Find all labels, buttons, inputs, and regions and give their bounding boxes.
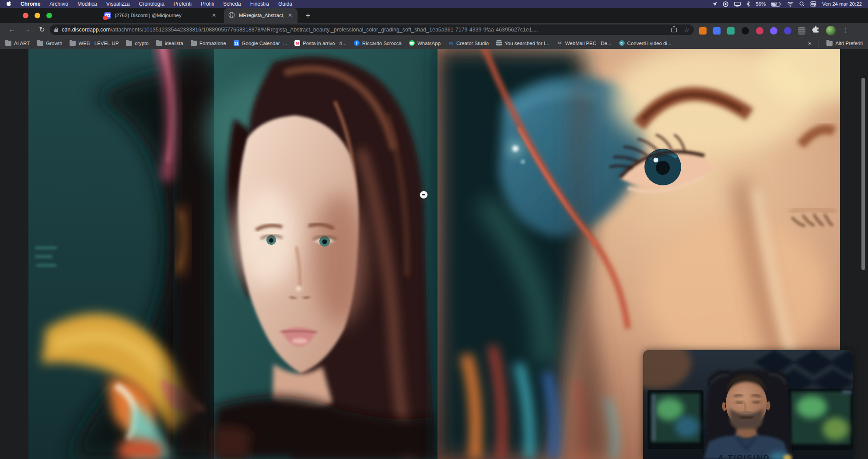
globe-favicon — [228, 12, 235, 19]
minimize-window-button[interactable] — [35, 13, 40, 18]
bookmark-whatsapp[interactable]: ☎WhatsApp — [409, 40, 441, 46]
purple-extension-icon[interactable] — [770, 27, 777, 35]
folder-icon — [70, 41, 76, 46]
menu-item-profili[interactable]: Profili — [201, 1, 214, 7]
bookmark-folder-web-level-up[interactable]: WEB - LEVEL-UP — [70, 41, 119, 46]
bookmark-webmail-pec[interactable]: ✉WebMail PEC - De... — [557, 40, 612, 46]
tab-title: (2762) Discord | @Midjourney — [115, 13, 207, 18]
back-button[interactable]: ← — [7, 24, 18, 35]
webcam-overlay: A TIRISIND — [643, 350, 853, 459]
bookmark-label: Converti i video di... — [627, 41, 672, 46]
menu-item-finestra[interactable]: Finestra — [250, 1, 269, 7]
profile-avatar[interactable] — [826, 26, 836, 35]
bookmarks-overflow-chevron[interactable]: » — [808, 40, 811, 46]
spotlight-search-icon[interactable] — [799, 1, 805, 7]
extensions-area: ⋮ — [699, 26, 848, 35]
bookmarks-bar: AI ART Growth WEB - LEVEL-UP crypto idea… — [0, 37, 868, 49]
tab-image-active[interactable]: MRregista_Abstract_beauty._… ✕ — [224, 8, 298, 23]
bookmark-label: Riccardo Scrocca — [362, 41, 402, 46]
dark-extension-icon[interactable] — [741, 27, 749, 35]
bookmark-folder-formazione[interactable]: Formazione — [191, 41, 226, 46]
tab-close-icon[interactable]: ✕ — [287, 12, 293, 18]
address-bar[interactable]: cdn.discordapp.com /attachments/10135123… — [50, 24, 694, 35]
menu-item-archivio[interactable]: Archivio — [49, 1, 68, 7]
menu-item-guida[interactable]: Guida — [278, 1, 292, 7]
tab-close-icon[interactable]: ✕ — [211, 12, 217, 18]
menu-item-chrome[interactable]: Chrome — [21, 1, 40, 7]
menu-item-cronologia[interactable]: Cronologia — [139, 1, 164, 7]
bookmark-folder-crypto[interactable]: crypto — [126, 41, 148, 46]
bookmark-label: Google Calendar -... — [242, 41, 287, 46]
url-domain: cdn.discordapp.com — [62, 27, 111, 33]
reload-button[interactable]: ↻ — [37, 24, 47, 35]
url-path: /attachments/1013512335442333816/1088905… — [111, 27, 538, 33]
converter-icon: ↻ — [619, 40, 625, 46]
menu-bar-clock[interactable]: Ven 24 mar 20:22 — [822, 1, 862, 7]
chrome-menu-icon[interactable]: ⋮ — [842, 27, 848, 35]
close-window-button[interactable] — [23, 13, 28, 18]
bookmark-gmail[interactable]: MPosta in arrivo - ri... — [294, 40, 346, 46]
bookmark-label: AI ART — [14, 41, 30, 46]
bookmark-converti-video[interactable]: ↻Converti i video di... — [619, 40, 672, 46]
watermark-text: A TIRISIND — [718, 453, 770, 459]
bookmark-label: Growth — [46, 41, 62, 46]
bookmark-label: WEB - LEVEL-UP — [78, 41, 119, 46]
folder-icon — [37, 41, 43, 46]
bookmark-folder-ai-art[interactable]: AI ART — [5, 41, 30, 46]
bookmark-creator-studio[interactable]: ∞Creator Studio — [448, 40, 489, 46]
metamask-extension-icon[interactable] — [699, 27, 707, 35]
grid-icon — [496, 40, 502, 46]
bluetooth-icon[interactable] — [746, 1, 750, 7]
bookmark-label: Formazione — [200, 41, 226, 46]
user-switch-icon[interactable] — [810, 1, 816, 7]
folder-icon — [5, 41, 11, 46]
indigo-extension-icon[interactable] — [784, 27, 791, 35]
bookmark-facebook[interactable]: fRiccardo Scrocca — [354, 40, 402, 46]
new-tab-button[interactable]: + — [303, 10, 313, 21]
battery-percent: 56% — [756, 1, 766, 7]
tab-strip: (2762) Discord | @Midjourney ✕ MRregista… — [0, 8, 868, 23]
tab-title: MRregista_Abstract_beauty._… — [239, 13, 284, 18]
bookmark-label: crypto — [135, 41, 148, 46]
folder-icon — [826, 41, 833, 46]
green-extension-icon[interactable] — [727, 27, 735, 35]
bookmark-you-searched[interactable]: You searched for I... — [496, 40, 550, 46]
bookmarks-divider — [819, 40, 819, 47]
screen-record-icon[interactable] — [723, 1, 728, 7]
share-icon[interactable] — [671, 26, 677, 34]
display-icon[interactable] — [734, 2, 741, 7]
bookmark-star-icon[interactable]: ☆ — [684, 26, 690, 33]
bookmark-google-calendar[interactable]: 31Google Calendar -... — [234, 40, 287, 46]
scrollbar-thumb[interactable] — [861, 78, 865, 270]
lock-icon[interactable] — [54, 28, 58, 32]
menu-item-modifica[interactable]: Modifica — [77, 1, 97, 7]
grid-extension-icon[interactable] — [798, 27, 805, 35]
chrome-window: (2762) Discord | @Midjourney ✕ MRregista… — [0, 8, 868, 459]
bookmark-folder-idealista[interactable]: idealista — [156, 41, 183, 46]
folder-icon — [156, 41, 162, 46]
forward-button[interactable]: → — [22, 24, 32, 35]
meta-icon: ∞ — [448, 40, 454, 46]
extensions-puzzle-icon[interactable] — [812, 26, 819, 35]
google-calendar-icon: 31 — [234, 40, 239, 46]
apple-menu-icon[interactable] — [6, 0, 11, 8]
discord-unread-badge — [103, 16, 108, 20]
menu-item-preferiti[interactable]: Preferiti — [174, 1, 192, 7]
blue-extension-icon[interactable] — [713, 27, 721, 35]
bookmark-folder-growth[interactable]: Growth — [37, 41, 62, 46]
gmail-icon: M — [294, 40, 300, 46]
wifi-icon[interactable] — [787, 2, 794, 7]
menu-item-scheda[interactable]: Scheda — [223, 1, 241, 7]
menu-item-visualizza[interactable]: Visualizza — [106, 1, 130, 7]
facebook-icon: f — [354, 40, 360, 46]
bookmark-label: WhatsApp — [417, 41, 441, 46]
tab-discord[interactable]: (2762) Discord | @Midjourney ✕ — [100, 8, 221, 23]
other-favorites-folder[interactable]: Altri Preferiti — [826, 41, 863, 46]
location-icon[interactable] — [712, 2, 717, 7]
bookmark-label: Altri Preferiti — [835, 41, 863, 46]
bookmark-label: You searched for I... — [504, 41, 550, 46]
zoom-out-cursor — [420, 191, 428, 199]
fullscreen-window-button[interactable] — [46, 13, 52, 18]
folder-icon — [126, 41, 132, 46]
pink-extension-icon[interactable] — [756, 27, 763, 35]
